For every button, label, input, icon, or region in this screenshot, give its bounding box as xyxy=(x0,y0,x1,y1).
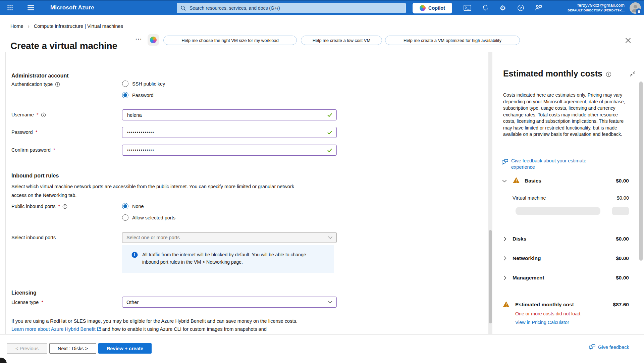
estimate-feedback-link[interactable]: Give feedback about your estimate experi… xyxy=(502,158,599,170)
search-icon xyxy=(180,5,186,11)
copilot-suggestion-high-availability[interactable]: Help me create a VM optimized for high a… xyxy=(385,36,520,45)
blade-left-divider xyxy=(5,52,6,334)
copilot-suggestion-vm-size[interactable]: Help me choose the right VM size for my … xyxy=(163,36,297,45)
cost-group-divider xyxy=(513,223,629,223)
hamburger-menu-icon[interactable] xyxy=(25,3,36,13)
copilot-tile-button[interactable] xyxy=(148,34,159,46)
confirm-password-input[interactable] xyxy=(122,145,337,156)
authentication-type-label: Authentication type xyxy=(11,82,60,87)
pricing-calculator-link[interactable]: View in Pricing Calculator xyxy=(515,320,569,325)
account-directory: DEFAULT DIRECTORY (FERDY79X... xyxy=(568,8,625,12)
radio-selected-icon xyxy=(122,92,128,98)
top-bar: Microsoft Azure Copilot ⚙ ? ferdy79xxz@g… xyxy=(0,0,644,15)
valid-check-icon xyxy=(327,130,332,135)
section-inbound-port-rules: Inbound port rules xyxy=(11,173,59,179)
hybrid-benefit-link[interactable]: Learn more about Azure Hybrid Benefit xyxy=(11,326,96,332)
radio-password[interactable]: Password xyxy=(122,92,154,98)
section-licensing: Licensing xyxy=(11,290,37,296)
info-icon[interactable] xyxy=(62,204,67,209)
next-disks-button[interactable]: Next : Disks > xyxy=(49,343,96,354)
copilot-suggestion-low-cost[interactable]: Help me create a low cost VM xyxy=(301,36,382,45)
info-icon[interactable] xyxy=(606,71,611,77)
breadcrumb-separator-icon: › xyxy=(28,23,30,29)
loading-skeleton-amount xyxy=(612,207,629,215)
chevron-down-icon[interactable] xyxy=(501,178,508,185)
previous-button[interactable]: < Previous xyxy=(7,343,47,354)
select-inbound-ports-label: Select inbound ports xyxy=(11,235,56,240)
valid-check-icon xyxy=(327,148,332,153)
radio-selected-icon xyxy=(122,203,128,209)
cost-group-basics-amount: $0.00 xyxy=(616,178,629,184)
cost-item-virtual-machine: Virtual machine xyxy=(513,195,546,201)
overflow-menu-icon[interactable]: ⋯ xyxy=(135,35,142,43)
cost-item-virtual-machine-amount: $0.00 xyxy=(617,195,629,201)
licensing-note: If you are using a RedHat or SLES image,… xyxy=(11,317,300,333)
search-input[interactable] xyxy=(189,5,402,11)
account-email: ferdy79xxz@gmail.com xyxy=(568,2,625,8)
cost-group-management[interactable]: Management xyxy=(513,275,544,281)
inbound-info-banner: All traffic from the internet will be bl… xyxy=(122,245,334,273)
info-filled-icon xyxy=(131,252,138,273)
waffle-menu-icon[interactable] xyxy=(5,3,15,13)
cost-panel-title: Estimated monthly costs xyxy=(503,69,611,79)
chevron-right-icon[interactable] xyxy=(502,255,508,262)
cost-group-disks[interactable]: Disks xyxy=(513,236,526,242)
chevron-right-icon[interactable] xyxy=(502,236,508,242)
chevron-down-icon xyxy=(328,236,332,239)
copilot-button[interactable]: Copilot xyxy=(413,3,452,13)
notifications-bell-icon[interactable] xyxy=(480,3,490,13)
cost-group-management-amount: $0.00 xyxy=(616,275,629,281)
inbound-description: Select which virtual machine network por… xyxy=(11,182,303,200)
radio-allow-selected-ports[interactable]: Allow selected ports xyxy=(122,214,175,221)
estimated-monthly-cost-amount: $87.60 xyxy=(613,302,629,308)
cost-group-networking[interactable]: Networking xyxy=(513,255,541,261)
svg-text:?: ? xyxy=(520,6,522,10)
global-search[interactable] xyxy=(177,3,406,13)
radio-ssh-public-key[interactable]: SSH public key xyxy=(122,81,165,87)
external-link-icon xyxy=(97,325,101,333)
password-label: Password* xyxy=(11,129,37,135)
copilot-icon xyxy=(150,37,157,43)
password-input[interactable] xyxy=(122,127,337,138)
estimated-monthly-cost-label: Estimated monthly cost xyxy=(515,302,574,308)
page-title: Create a virtual machine xyxy=(10,41,117,51)
collapse-panel-icon[interactable] xyxy=(629,70,636,77)
feedback-person-icon[interactable] xyxy=(533,3,544,13)
warning-triangle-icon xyxy=(502,301,510,309)
license-type-select[interactable]: Other xyxy=(122,297,337,308)
breadcrumb-home[interactable]: Home xyxy=(10,23,23,29)
cost-panel-left-divider xyxy=(494,52,494,334)
radio-icon xyxy=(122,81,128,87)
confirm-password-label: Confirm password* xyxy=(11,147,55,153)
license-type-label: License type* xyxy=(11,300,43,305)
section-administrator-account: Administrator account xyxy=(11,73,69,79)
breadcrumb-current[interactable]: Compute infrastructure | Virtual machine… xyxy=(34,23,123,29)
close-blade-icon[interactable] xyxy=(624,37,632,44)
radio-none[interactable]: None xyxy=(122,203,144,209)
account-info[interactable]: ferdy79xxz@gmail.com DEFAULT DIRECTORY (… xyxy=(568,2,625,12)
settings-gear-icon[interactable]: ⚙ xyxy=(497,3,508,13)
cost-load-error: One or more costs did not load. xyxy=(515,311,582,316)
main-scrollbar-thumb[interactable] xyxy=(489,230,492,323)
cost-group-basics[interactable]: Basics xyxy=(525,178,541,184)
chevron-right-icon[interactable] xyxy=(502,274,508,281)
valid-check-icon xyxy=(327,112,332,118)
avatar[interactable] xyxy=(630,2,641,14)
feedback-bubbles-icon xyxy=(502,159,508,170)
info-icon[interactable] xyxy=(55,82,60,87)
inbound-info-text: All traffic from the internet will be bl… xyxy=(142,251,310,273)
cloud-shell-icon[interactable] xyxy=(462,3,473,13)
info-icon[interactable] xyxy=(41,112,46,117)
username-input[interactable] xyxy=(122,109,337,120)
cost-group-disks-amount: $0.00 xyxy=(616,236,629,242)
lock-badge-icon xyxy=(636,8,642,15)
give-feedback-link[interactable]: Give feedback xyxy=(589,344,629,350)
cost-disclaimer: Costs indicated here are estimates only.… xyxy=(503,92,631,138)
help-icon[interactable]: ? xyxy=(515,3,526,13)
cost-summary-divider xyxy=(494,295,644,295)
warning-triangle-icon xyxy=(513,177,520,185)
product-title: Microsoft Azure xyxy=(50,4,94,11)
review-create-button[interactable]: Review + create xyxy=(98,343,152,354)
select-inbound-ports-dropdown[interactable]: Select one or more ports xyxy=(122,232,337,243)
panel-scrollbar-thumb[interactable] xyxy=(639,82,643,261)
